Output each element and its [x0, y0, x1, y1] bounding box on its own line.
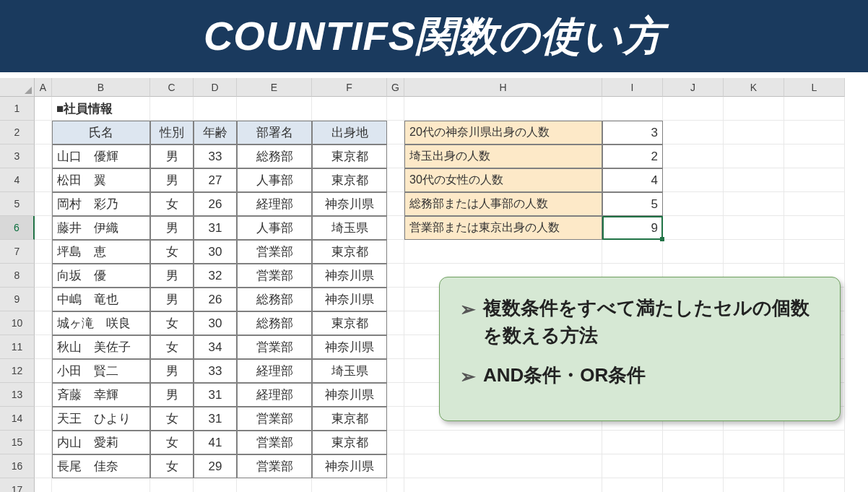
cell-H3[interactable]: 埼玉出身の人数 — [404, 144, 602, 168]
col-header-E[interactable]: E — [237, 78, 312, 97]
row-header-4[interactable]: 4 — [0, 168, 35, 192]
cell-C13[interactable]: 男 — [150, 383, 194, 407]
cell-F3[interactable]: 東京都 — [312, 144, 387, 168]
cell-F8[interactable]: 神奈川県 — [312, 264, 387, 288]
col-header-A[interactable]: A — [35, 78, 52, 97]
cell-I16[interactable] — [602, 454, 663, 478]
select-all-corner[interactable] — [0, 78, 35, 97]
cell-H5[interactable]: 総務部または人事部の人数 — [404, 192, 602, 216]
cell-J17[interactable] — [663, 478, 724, 492]
cell-K2[interactable] — [724, 121, 784, 144]
col-header-C[interactable]: C — [150, 78, 194, 97]
cell-L1[interactable] — [784, 97, 845, 121]
cell-E15[interactable]: 営業部 — [237, 431, 312, 454]
cell-C14[interactable]: 女 — [150, 407, 194, 431]
cell-B16[interactable]: 長尾 佳奈 — [52, 454, 150, 478]
cell-J16[interactable] — [663, 454, 724, 478]
cell-B15[interactable]: 内山 愛莉 — [52, 431, 150, 454]
cell-D2[interactable]: 年齢 — [194, 121, 237, 144]
col-header-L[interactable]: L — [784, 78, 845, 97]
cell-K15[interactable] — [724, 431, 784, 454]
cell-B7[interactable]: 坪島 恵 — [52, 240, 150, 264]
cell-F10[interactable]: 東京都 — [312, 311, 387, 335]
cell-I2[interactable]: 3 — [602, 121, 663, 144]
row-header-5[interactable]: 5 — [0, 192, 35, 216]
cell-L2[interactable] — [784, 121, 845, 144]
cell-C9[interactable]: 男 — [150, 288, 194, 311]
cell-A8[interactable] — [35, 264, 52, 288]
cell-D12[interactable]: 33 — [194, 359, 237, 383]
cell-E5[interactable]: 経理部 — [237, 192, 312, 216]
cell-D5[interactable]: 26 — [194, 192, 237, 216]
cell-F15[interactable]: 東京都 — [312, 431, 387, 454]
cell-E7[interactable]: 営業部 — [237, 240, 312, 264]
cell-J3[interactable] — [663, 144, 724, 168]
cell-G1[interactable] — [387, 97, 404, 121]
row-header-9[interactable]: 9 — [0, 288, 35, 311]
col-header-G[interactable]: G — [387, 78, 404, 97]
cell-G9[interactable] — [387, 288, 404, 311]
cell-F7[interactable]: 東京都 — [312, 240, 387, 264]
row-header-16[interactable]: 16 — [0, 454, 35, 478]
cell-D10[interactable]: 30 — [194, 311, 237, 335]
cell-E6[interactable]: 人事部 — [237, 216, 312, 240]
cell-A16[interactable] — [35, 454, 52, 478]
cell-C1[interactable] — [150, 97, 194, 121]
cell-E12[interactable]: 経理部 — [237, 359, 312, 383]
cell-C3[interactable]: 男 — [150, 144, 194, 168]
col-header-H[interactable]: H — [404, 78, 602, 97]
cell-B4[interactable]: 松田 翼 — [52, 168, 150, 192]
cell-B17[interactable] — [52, 478, 150, 492]
cell-H1[interactable] — [404, 97, 602, 121]
cell-E4[interactable]: 人事部 — [237, 168, 312, 192]
cell-L4[interactable] — [784, 168, 845, 192]
row-header-3[interactable]: 3 — [0, 144, 35, 168]
cell-D6[interactable]: 31 — [194, 216, 237, 240]
cell-C6[interactable]: 男 — [150, 216, 194, 240]
cell-B8[interactable]: 向坂 優 — [52, 264, 150, 288]
cell-C4[interactable]: 男 — [150, 168, 194, 192]
cell-I15[interactable] — [602, 431, 663, 454]
cell-A11[interactable] — [35, 335, 52, 359]
cell-G16[interactable] — [387, 454, 404, 478]
cell-H7[interactable] — [404, 240, 602, 264]
cell-L15[interactable] — [784, 431, 845, 454]
cell-B1[interactable]: ■社員情報 — [52, 97, 150, 121]
cell-L6[interactable] — [784, 216, 845, 240]
cell-I17[interactable] — [602, 478, 663, 492]
cell-A5[interactable] — [35, 192, 52, 216]
cell-D15[interactable]: 41 — [194, 431, 237, 454]
cell-K3[interactable] — [724, 144, 784, 168]
cell-J2[interactable] — [663, 121, 724, 144]
cell-A6[interactable] — [35, 216, 52, 240]
cell-E3[interactable]: 総務部 — [237, 144, 312, 168]
cell-B14[interactable]: 天王 ひより — [52, 407, 150, 431]
row-header-1[interactable]: 1 — [0, 97, 35, 121]
cell-K1[interactable] — [724, 97, 784, 121]
cell-C2[interactable]: 性別 — [150, 121, 194, 144]
cell-G8[interactable] — [387, 264, 404, 288]
cell-D3[interactable]: 33 — [194, 144, 237, 168]
cell-A15[interactable] — [35, 431, 52, 454]
cell-C11[interactable]: 女 — [150, 335, 194, 359]
cell-C16[interactable]: 女 — [150, 454, 194, 478]
cell-E14[interactable]: 営業部 — [237, 407, 312, 431]
cell-E8[interactable]: 営業部 — [237, 264, 312, 288]
cell-E11[interactable]: 営業部 — [237, 335, 312, 359]
cell-B9[interactable]: 中嶋 竜也 — [52, 288, 150, 311]
cell-C7[interactable]: 女 — [150, 240, 194, 264]
cell-K6[interactable] — [724, 216, 784, 240]
cell-D13[interactable]: 31 — [194, 383, 237, 407]
cell-G13[interactable] — [387, 383, 404, 407]
cell-F14[interactable]: 東京都 — [312, 407, 387, 431]
cell-B10[interactable]: 城ヶ滝 咲良 — [52, 311, 150, 335]
cell-F16[interactable]: 神奈川県 — [312, 454, 387, 478]
cell-L3[interactable] — [784, 144, 845, 168]
cell-G12[interactable] — [387, 359, 404, 383]
cell-D14[interactable]: 31 — [194, 407, 237, 431]
cell-D9[interactable]: 26 — [194, 288, 237, 311]
cell-G17[interactable] — [387, 478, 404, 492]
cell-K16[interactable] — [724, 454, 784, 478]
cell-J1[interactable] — [663, 97, 724, 121]
cell-L17[interactable] — [784, 478, 845, 492]
